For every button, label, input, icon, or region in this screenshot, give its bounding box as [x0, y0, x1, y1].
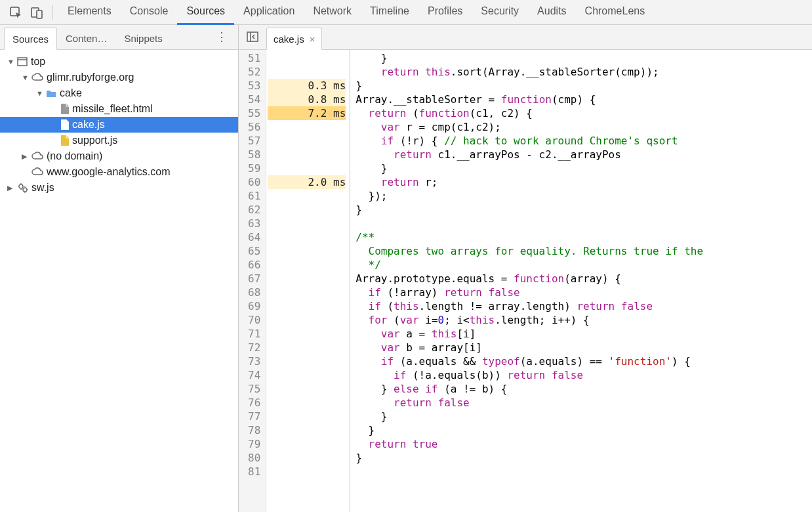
code-line[interactable]: /**	[355, 230, 812, 244]
close-tab-icon[interactable]: ×	[310, 33, 315, 45]
sources-subtab-0[interactable]: Sources	[4, 28, 57, 50]
line-timing: 0.3 ms	[268, 79, 346, 93]
top-tab-security[interactable]: Security	[472, 0, 528, 25]
line-number: 63	[248, 217, 260, 230]
code-line[interactable]: Array.prototype.equals = function(array)…	[355, 272, 812, 286]
tree-item[interactable]: ▶(no domain)	[0, 148, 238, 164]
code-line[interactable]: });	[355, 189, 812, 203]
code-line[interactable]: return false	[355, 396, 812, 410]
top-tab-profiles[interactable]: Profiles	[418, 0, 472, 25]
code-line[interactable]: } else if (a != b) {	[355, 382, 812, 396]
top-tab-timeline[interactable]: Timeline	[361, 0, 418, 25]
line-timing: 7.2 ms	[268, 106, 346, 120]
editor-tabbar: cake.js ×	[239, 25, 812, 49]
code-line[interactable]: Array.__stableSorter = function(cmp) {	[355, 93, 812, 106]
line-number: 79	[248, 437, 260, 451]
more-options-icon[interactable]: ⋮	[209, 24, 234, 49]
chevron-right-icon[interactable]: ▶	[22, 152, 28, 161]
code-line[interactable]: return r;	[355, 175, 812, 189]
code-line[interactable]: }	[355, 51, 812, 65]
line-number: 51	[248, 51, 260, 65]
chevron-right-icon[interactable]: ▶	[7, 184, 14, 192]
code-line[interactable]: return true	[355, 437, 812, 451]
code-editor[interactable]: 5152535455565758596061626364656667686970…	[239, 50, 812, 512]
line-number: 77	[248, 410, 260, 423]
line-timing	[268, 437, 346, 451]
frame-icon	[17, 57, 28, 66]
code-line[interactable]: */	[355, 258, 812, 272]
tree-item[interactable]: ▼top	[0, 54, 238, 70]
top-tab-sources[interactable]: Sources	[177, 0, 234, 25]
code-line[interactable]: var a = this[i]	[355, 327, 812, 341]
top-tab-console[interactable]: Console	[121, 0, 178, 25]
line-timing	[268, 189, 346, 203]
code-line[interactable]: }	[355, 203, 812, 217]
chevron-down-icon[interactable]: ▼	[36, 89, 43, 97]
code-line[interactable]	[355, 465, 812, 479]
code-line[interactable]	[355, 217, 812, 230]
tree-item[interactable]: ▼glimr.rubyforge.org	[0, 70, 238, 85]
line-timing	[268, 299, 346, 313]
tree-item[interactable]: ▶sw.js	[0, 180, 238, 196]
sources-subtab-2[interactable]: Snippets	[115, 27, 171, 49]
tree-item[interactable]: support.js	[0, 133, 238, 148]
line-timing	[268, 313, 346, 327]
code-line[interactable]: }	[355, 79, 812, 93]
line-timing	[268, 465, 346, 479]
code-line[interactable]: }	[355, 410, 812, 423]
code-line[interactable]: if (this.length != array.length) return …	[355, 299, 812, 313]
code-content[interactable]: } return this.sort(Array.__stableSorter(…	[350, 50, 812, 512]
code-line[interactable]: if (!a.equals(b)) return false	[355, 368, 812, 382]
line-timing: 0.8 ms	[268, 93, 346, 106]
device-toolbar-icon[interactable]	[26, 0, 47, 25]
code-line[interactable]: return this.sort(Array.__stableSorter(cm…	[355, 65, 812, 79]
file-navigator-tree[interactable]: ▼top▼glimr.rubyforge.org▼cakemissile_fle…	[0, 50, 239, 512]
top-tab-chromelens[interactable]: ChromeLens	[576, 0, 655, 25]
code-line[interactable]: return c1.__arrayPos - c2.__arrayPos	[355, 148, 812, 161]
code-line[interactable]: if (!r) { // hack to work around Chrome'…	[355, 134, 812, 148]
line-timing	[268, 161, 346, 175]
tree-item[interactable]: ▼cake	[0, 85, 238, 101]
sources-subtab-1[interactable]: Conten…	[57, 27, 115, 49]
line-number: 67	[248, 272, 260, 286]
toggle-navigator-icon[interactable]	[243, 24, 262, 49]
code-line[interactable]: var r = cmp(c1,c2);	[355, 120, 812, 134]
inspect-element-icon[interactable]	[5, 0, 26, 25]
code-line[interactable]: if (!array) return false	[355, 286, 812, 299]
line-timing	[268, 286, 346, 299]
file-icon	[60, 104, 69, 114]
cloud-icon	[31, 167, 43, 177]
line-timing	[268, 451, 346, 465]
code-line[interactable]: }	[355, 161, 812, 175]
code-line[interactable]: for (var i=0; i<this.length; i++) {	[355, 313, 812, 327]
code-line[interactable]: return (function(c1, c2) {	[355, 106, 812, 120]
tree-item[interactable]: missile_fleet.html	[0, 101, 238, 117]
line-number: 64	[248, 230, 260, 244]
timing-gutter: 0.3 ms0.8 ms7.2 ms 2.0 ms	[266, 50, 350, 512]
chevron-down-icon[interactable]: ▼	[22, 74, 28, 81]
line-number: 72	[248, 341, 260, 354]
tree-item[interactable]: cake.js	[0, 117, 238, 133]
line-number: 75	[248, 382, 260, 396]
sources-sidebar-tabs: SourcesConten…Snippets ⋮	[0, 25, 239, 49]
code-line[interactable]: Compares two arrays for equality. Return…	[355, 244, 812, 258]
line-number: 78	[248, 423, 260, 437]
code-line[interactable]: var b = array[i]	[355, 341, 812, 354]
code-line[interactable]: }	[355, 451, 812, 465]
code-line[interactable]: if (a.equals && typeof(a.equals) == 'fun…	[355, 354, 812, 368]
code-line[interactable]: }	[355, 423, 812, 437]
line-number: 54	[248, 93, 260, 106]
top-tab-audits[interactable]: Audits	[528, 0, 575, 25]
chevron-down-icon[interactable]: ▼	[7, 58, 14, 66]
line-timing: 2.0 ms	[268, 175, 346, 189]
tree-item[interactable]: www.google-analytics.com	[0, 164, 238, 180]
line-timing	[268, 120, 346, 134]
snippet-icon	[60, 135, 69, 146]
top-tab-application[interactable]: Application	[234, 0, 304, 25]
line-number: 55	[248, 106, 260, 120]
top-tab-network[interactable]: Network	[304, 0, 361, 25]
line-number: 59	[248, 161, 260, 175]
top-tab-elements[interactable]: Elements	[58, 0, 121, 25]
file-icon	[60, 119, 69, 130]
file-tab-cake-js[interactable]: cake.js ×	[266, 28, 322, 50]
